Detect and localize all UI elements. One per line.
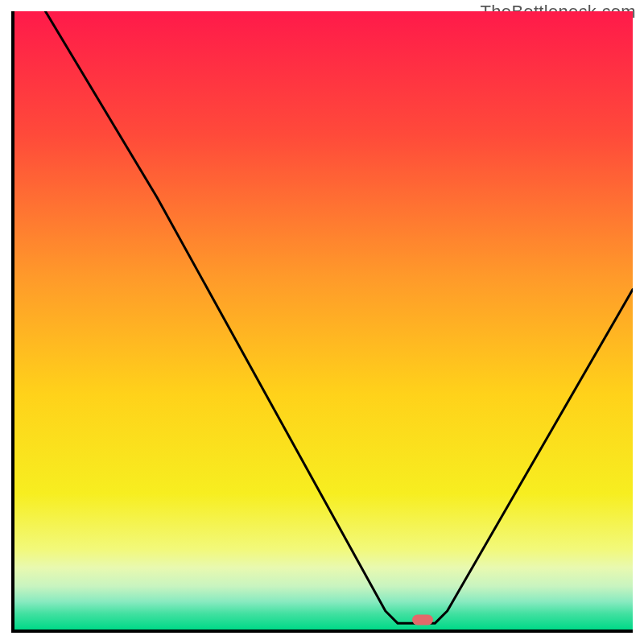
plot-area	[11, 11, 633, 633]
bottleneck-chart: TheBottleneck.com	[0, 0, 644, 644]
svg-rect-0	[14, 11, 633, 630]
background-gradient	[14, 11, 633, 630]
optimal-point-marker	[412, 615, 433, 625]
